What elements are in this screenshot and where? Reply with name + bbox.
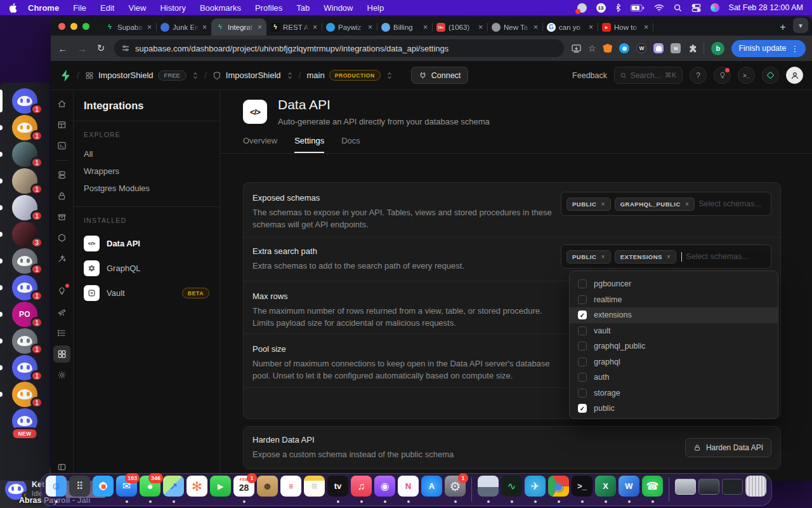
sidebar-item[interactable]: All [84,145,209,163]
bookmark-star-icon[interactable]: ☆ [588,43,596,53]
siri-icon[interactable] [710,3,719,12]
branch-switcher-icon[interactable] [386,71,393,80]
dock-minimized-window-3[interactable] [722,476,743,504]
profile-avatar[interactable]: b [711,42,724,55]
browser-tab[interactable]: New Ta × [487,18,542,36]
browser-tab[interactable]: Paywiz × [322,18,377,36]
dock-minimized-window-1[interactable] [675,476,696,504]
schema-option[interactable]: ✓ pgbouncer [570,276,778,292]
dock-notes[interactable]: ≡ [304,476,325,504]
auth-nav-icon[interactable] [53,187,70,204]
notification-count-icon[interactable]: 13 [596,3,606,13]
dock-preview-image[interactable] [478,476,499,504]
tab-close-icon[interactable]: × [478,23,483,32]
menu-bar-clock[interactable]: Sat Feb 28 12:00 AM [729,3,803,12]
checkbox[interactable]: ✓ [578,389,587,398]
discord-server-10[interactable]: 1 [0,328,49,354]
schema-option[interactable]: ✓ realtime [570,292,778,308]
remove-tag-icon[interactable]: × [685,201,689,208]
checkbox[interactable]: ✓ [578,326,587,335]
dock-news[interactable]: N [398,476,419,504]
install-app-icon[interactable] [572,44,581,53]
discord-server-2[interactable]: 1 [0,114,49,141]
dock-chrome[interactable]: ◉ [548,476,569,504]
browser-menu-icon[interactable]: ⋮ [791,44,799,53]
metamask-extension-icon[interactable] [603,44,612,53]
page-tab[interactable]: Overview [243,136,277,153]
dock-maps[interactable]: ↗ [163,476,184,504]
table-editor-nav-icon[interactable] [53,116,70,133]
discord-server-5[interactable]: 1 [0,194,49,221]
sidebar-item-graphql[interactable]: GraphQL [84,256,209,281]
menu-item[interactable]: Edit [100,3,114,13]
discord-server-3[interactable]: 1 [0,141,49,168]
page-tab[interactable]: Docs [341,136,360,153]
dock-word[interactable]: W [619,476,639,504]
extra-search-path-input[interactable]: PUBLIC× EXTENSIONS× Select schemas... [561,244,771,269]
schema-option[interactable]: ✓ vault [570,323,778,339]
tab-close-icon[interactable]: × [644,23,648,32]
dock-safari[interactable]: ◆ [93,476,114,504]
notifications-button[interactable] [714,67,731,84]
project-switcher-icon[interactable] [287,71,293,80]
discord-server-4[interactable]: 1 [0,168,49,194]
browser-tab[interactable]: Junk Em × [156,18,211,36]
back-button[interactable]: ← [57,43,69,54]
browser-tab[interactable]: ϟ Supaba × [101,18,156,36]
harden-data-api-button[interactable]: Harden Data API [685,438,771,457]
realtime-nav-icon[interactable] [53,250,70,267]
address-bar[interactable]: supabase.com/dashboard/project/uhivnbfjg… [114,39,564,57]
minimize-window-button[interactable] [70,23,77,30]
zoom-window-button[interactable] [82,23,89,30]
discord-server-8[interactable]: 1 [0,274,49,301]
schema-option[interactable]: ✓ storage [570,385,778,401]
integrations-nav-icon[interactable] [53,345,70,363]
tab-close-icon[interactable]: × [589,23,593,32]
discord-server-7[interactable]: 1 [0,248,49,274]
checkbox[interactable]: ✓ [578,295,587,304]
remove-tag-icon[interactable]: × [667,253,671,260]
help-button[interactable]: ? [690,67,707,84]
menu-item[interactable]: Help [367,3,384,13]
menu-item[interactable]: View [128,3,146,13]
tab-search-button[interactable]: ▾ [793,18,808,33]
dock-tv[interactable]: tv [327,476,348,504]
project-settings-nav-icon[interactable] [53,366,70,384]
dock-contacts[interactable]: ☻ [257,476,278,504]
checkbox[interactable]: ✓ [578,373,587,382]
supabase-logo-icon[interactable] [60,70,71,81]
logs-nav-icon[interactable] [53,324,70,342]
dock-mail[interactable]: 103 ✉ [116,476,137,504]
dock-whatsapp[interactable]: ☎ [642,476,663,504]
edge-functions-nav-icon[interactable] [53,229,70,246]
checkbox[interactable]: ✓ [578,342,587,351]
dock-launchpad[interactable]: ⠿ [69,476,90,504]
dock-terminal[interactable]: >_ [572,476,593,504]
tab-close-icon[interactable]: × [534,23,538,32]
reports-nav-icon[interactable] [53,304,70,321]
dock-reminders[interactable]: ≡ [280,476,301,504]
schema-option[interactable]: ✓ graphql_public [570,338,778,354]
terminal-button[interactable]: >_ [738,67,755,84]
wifi-icon[interactable] [654,4,664,11]
site-info-icon[interactable] [122,44,129,52]
menu-item[interactable]: Bookmarks [200,3,241,13]
discord-server-9[interactable]: PO 1 [0,301,49,328]
menu-item[interactable]: Window [324,3,353,13]
dock-minimized-window-2[interactable] [698,476,719,504]
discord-server-13[interactable]: NEW [0,408,49,434]
schema-tag[interactable]: GRAPHQL_PUBLIC× [615,197,695,211]
checkbox[interactable]: ✓ [578,404,587,413]
tab-close-icon[interactable]: × [423,23,428,32]
sidebar-item[interactable]: Postgres Modules [84,180,209,197]
bluetooth-icon[interactable] [615,3,621,12]
schema-option[interactable]: ✓ auth [570,370,778,385]
dock-podcasts[interactable]: ◉ [374,476,395,504]
menu-item[interactable]: File [73,3,86,13]
tab-close-icon[interactable]: × [147,23,152,32]
blue-extension-icon[interactable] [619,43,629,53]
w-extension-icon[interactable]: W [636,43,646,53]
home-nav-icon[interactable] [53,95,70,112]
page-tab[interactable]: Settings [294,136,324,153]
schema-option[interactable]: ✓ graphql [570,354,778,370]
